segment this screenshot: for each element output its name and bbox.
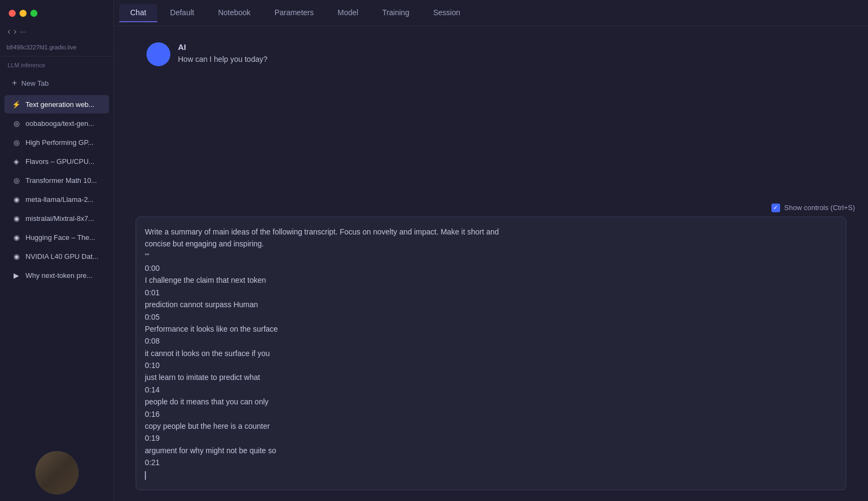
sidebar-item-icon-flavors: ◈: [12, 157, 21, 166]
sidebar-item-mistralai[interactable]: ◉ mistralai/Mixtral-8x7...: [4, 209, 109, 227]
tab-bar: ChatDefaultNotebookParametersModelTraini…: [114, 0, 868, 26]
sidebar-item-oobabooga[interactable]: ◎ oobabooga/text-gen...: [4, 114, 109, 132]
sidebar-item-label-transformer: Transformer Math 10...: [25, 176, 97, 185]
tab-parameters[interactable]: Parameters: [264, 4, 324, 22]
show-controls-checkbox[interactable]: ✓: [771, 204, 780, 212]
tab-notebook[interactable]: Notebook: [207, 4, 261, 22]
traffic-lights: [0, 0, 113, 22]
sidebar-item-label-high-perf: High Performing GP...: [25, 138, 93, 147]
input-area: Write a summary of main ideas of the fol…: [114, 217, 868, 501]
input-container: Write a summary of main ideas of the fol…: [136, 217, 846, 490]
sidebar-item-why-next[interactable]: ▶ Why next-token pre...: [4, 266, 109, 284]
sidebar-item-nvidia[interactable]: ◉ NVIDIA L40 GPU Dat...: [4, 247, 109, 265]
sidebar-item-icon-mistralai: ◉: [12, 214, 21, 223]
main-content: ChatDefaultNotebookParametersModelTraini…: [114, 0, 868, 501]
minimize-traffic-light[interactable]: [20, 10, 27, 17]
ai-message-content: AI How can I help you today?: [178, 42, 267, 65]
controls-bar: ✓ Show controls (Ctrl+S): [114, 199, 868, 217]
browser-nav: ‹ › ···: [0, 22, 113, 41]
user-avatar-section: [0, 445, 113, 501]
forward-button[interactable]: ›: [14, 27, 16, 36]
tab-default[interactable]: Default: [159, 4, 205, 22]
avatar-image: [35, 451, 79, 494]
chat-area: AI How can I help you today? ✓ Show cont…: [114, 26, 868, 501]
section-label: LLM inference: [0, 56, 113, 72]
tab-training[interactable]: Training: [371, 4, 420, 22]
ai-greeting: How can I help you today?: [178, 54, 267, 65]
ai-message-row: AI How can I help you today?: [146, 42, 835, 66]
maximize-traffic-light[interactable]: [30, 10, 37, 17]
sidebar-item-flavors[interactable]: ◈ Flavors – GPU/CPU...: [4, 152, 109, 170]
sidebar-item-text-gen[interactable]: ⚡ Text generation web...: [4, 95, 109, 113]
url-bar: b8498c3227fd1.gradio.live: [0, 41, 113, 56]
sidebar-item-label-hugging-face: Hugging Face – The...: [25, 233, 95, 242]
sidebar-item-icon-why-next: ▶: [12, 271, 21, 280]
sidebar-item-icon-transformer: ◎: [12, 176, 21, 185]
sidebar-item-icon-meta-llama: ◉: [12, 195, 21, 204]
new-tab-button[interactable]: + New Tab: [4, 74, 109, 92]
tab-model[interactable]: Model: [327, 4, 369, 22]
sidebar-item-icon-hugging-face: ◉: [12, 233, 21, 242]
chat-input[interactable]: Write a summary of main ideas of the fol…: [136, 217, 846, 490]
tab-session[interactable]: Session: [422, 4, 471, 22]
sidebar-items-list: ⚡ Text generation web... ◎ oobabooga/tex…: [0, 94, 113, 285]
sidebar-item-label-nvidia: NVIDIA L40 GPU Dat...: [25, 252, 98, 261]
ai-avatar: [146, 42, 170, 66]
sidebar-item-icon-nvidia: ◉: [12, 252, 21, 261]
sidebar-item-label-meta-llama: meta-llama/Llama-2...: [25, 195, 94, 204]
back-button[interactable]: ‹: [8, 27, 10, 36]
sidebar-item-label-flavors: Flavors – GPU/CPU...: [25, 157, 94, 166]
sidebar-item-high-perf[interactable]: ◎ High Performing GP...: [4, 133, 109, 151]
sidebar-item-icon-oobabooga: ◎: [12, 119, 21, 128]
chat-messages: AI How can I help you today?: [114, 26, 868, 199]
sidebar-item-label-text-gen: Text generation web...: [25, 100, 94, 109]
ai-name: AI: [178, 42, 267, 52]
sidebar-item-meta-llama[interactable]: ◉ meta-llama/Llama-2...: [4, 190, 109, 208]
sidebar-item-icon-text-gen: ⚡: [12, 100, 21, 109]
avatar: [35, 451, 79, 494]
sidebar-item-icon-high-perf: ◎: [12, 138, 21, 147]
sidebar-item-label-oobabooga: oobabooga/text-gen...: [25, 119, 94, 128]
plus-icon: +: [12, 78, 17, 88]
tab-chat[interactable]: Chat: [119, 4, 157, 22]
show-controls-label[interactable]: ✓ Show controls (Ctrl+S): [771, 204, 855, 212]
close-traffic-light[interactable]: [9, 10, 16, 17]
sidebar-item-label-mistralai: mistralai/Mixtral-8x7...: [25, 214, 94, 223]
sidebar-item-transformer[interactable]: ◎ Transformer Math 10...: [4, 171, 109, 189]
sidebar-item-label-why-next: Why next-token pre...: [25, 271, 93, 280]
sidebar: ‹ › ··· b8498c3227fd1.gradio.live LLM in…: [0, 0, 114, 501]
sidebar-item-hugging-face[interactable]: ◉ Hugging Face – The...: [4, 228, 109, 246]
more-button[interactable]: ···: [20, 27, 27, 36]
